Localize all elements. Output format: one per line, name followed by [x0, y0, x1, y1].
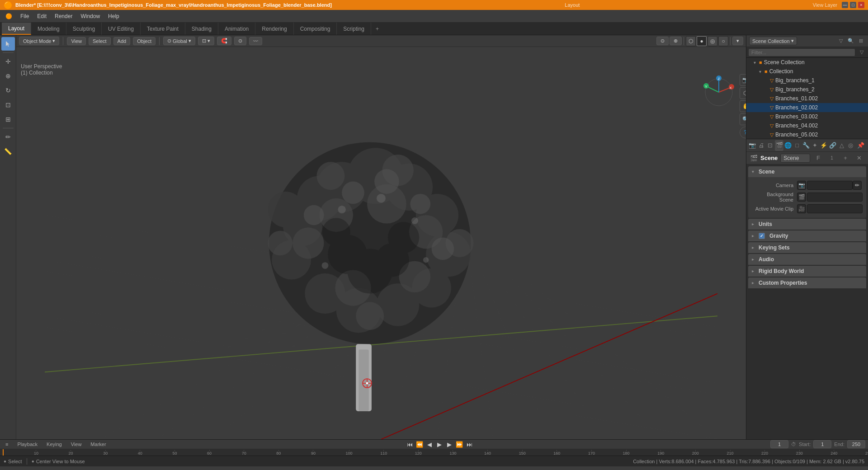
tool-measure[interactable]: 📏: [1, 145, 15, 158]
outline-item-branches_04[interactable]: ▽ Branches_04.002 👁 ▽: [746, 121, 868, 130]
branches_03-restrict[interactable]: ▽: [860, 113, 866, 120]
shade-rendered[interactable]: ○: [718, 36, 728, 46]
maximize-button[interactable]: □: [850, 2, 856, 8]
snapping-btn[interactable]: 🧲: [217, 37, 231, 45]
jump-start-btn[interactable]: ⏮: [405, 440, 414, 449]
object-mode-dropdown[interactable]: Object Mode ▾: [19, 37, 59, 45]
overlay-btn[interactable]: ⊙: [656, 37, 669, 45]
outline-item-big_branches_2[interactable]: ▽ Big_branches_2 👁 ▽: [746, 85, 868, 94]
props-render-tab[interactable]: 📷: [748, 140, 757, 151]
outliner-search-input[interactable]: [748, 48, 855, 56]
menu-blender[interactable]: 🟠: [2, 12, 16, 21]
menu-window[interactable]: Window: [77, 12, 104, 21]
camera-edit-btn[interactable]: ✏: [853, 181, 862, 190]
section-rigid-header[interactable]: ▸ Rigid Body World: [748, 266, 866, 277]
transform-affects-btn[interactable]: 〰: [249, 37, 262, 45]
close-button[interactable]: ×: [858, 2, 864, 8]
timeline-ruler[interactable]: 1020304050607080901001101201301401501601…: [0, 449, 868, 456]
menu-help[interactable]: Help: [104, 12, 123, 21]
section-gravity-header[interactable]: ▸ ✓ Gravity: [748, 230, 866, 241]
minimize-button[interactable]: —: [842, 2, 848, 8]
jump-next-keyframe[interactable]: ⏩: [455, 440, 464, 449]
end-frame-field[interactable]: 250: [847, 440, 865, 448]
props-data-tab[interactable]: △: [838, 140, 846, 151]
gizmo-btn[interactable]: ⊕: [670, 37, 682, 45]
current-frame-field[interactable]: 1: [770, 440, 788, 448]
expand-collection[interactable]: ▾: [759, 69, 764, 74]
big_branches_1-restrict[interactable]: ▽: [860, 77, 866, 84]
section-audio-header[interactable]: ▸ Audio: [748, 254, 866, 265]
props-output-tab[interactable]: 🖨: [757, 140, 766, 151]
props-scene-tab[interactable]: 🎬: [775, 140, 783, 151]
view-menu[interactable]: View: [67, 37, 86, 45]
viewport-canvas[interactable]: User Perspective (1) Collection X Y: [16, 47, 746, 439]
camera-icon-btn[interactable]: 📷: [797, 181, 806, 190]
branches_05-vis[interactable]: 👁: [853, 132, 859, 138]
branches_01-restrict[interactable]: ▽: [860, 95, 866, 102]
branches_02-vis[interactable]: 👁: [853, 104, 859, 111]
section-keying-header[interactable]: ▸ Keying Sets: [748, 242, 866, 253]
tab-compositing[interactable]: Compositing: [294, 23, 337, 35]
outline-item-scene-collection[interactable]: ▾ ■ Scene Collection 👁: [746, 58, 868, 67]
bg-scene-icon-btn[interactable]: 🎬: [797, 193, 806, 202]
tab-scripting[interactable]: Scripting: [337, 23, 371, 35]
outliner-mode-dropdown[interactable]: Scene Collection ▾: [749, 37, 797, 45]
jump-end-btn[interactable]: ⏭: [465, 440, 474, 449]
select-menu[interactable]: Select: [89, 37, 111, 45]
props-modifier-tab[interactable]: 🔧: [802, 140, 811, 151]
prev-frame-btn[interactable]: ◀: [425, 440, 434, 449]
camera-value[interactable]: [807, 181, 853, 190]
scene-unlink-btn[interactable]: ✕: [854, 153, 864, 164]
outline-item-big_branches_1[interactable]: ▽ Big_branches_1 👁 ▽: [746, 76, 868, 85]
object-menu[interactable]: Object: [133, 37, 156, 45]
tab-add[interactable]: +: [371, 23, 383, 35]
tl-playback[interactable]: Playback: [14, 441, 40, 448]
outliner-newcol-btn[interactable]: ⊞: [856, 37, 865, 46]
tool-cursor[interactable]: ✛: [1, 55, 15, 68]
pan-btn[interactable]: ✋: [740, 100, 746, 112]
zoom-btn[interactable]: 🔍: [740, 113, 746, 125]
tl-view[interactable]: View: [68, 441, 85, 448]
big_branches_2-restrict[interactable]: ▽: [860, 86, 866, 93]
scene-name-field[interactable]: Scene: [780, 154, 810, 163]
visibility-icon[interactable]: 👁: [860, 59, 866, 66]
navigation-gizmo[interactable]: X Y Z 📷 ⬡ ✋ 🔍 ?: [701, 74, 737, 110]
bg-scene-value[interactable]: [807, 193, 863, 202]
outline-item-branches_01[interactable]: ▽ Branches_01.002 👁 ▽: [746, 94, 868, 103]
section-scene-header[interactable]: ▾ Scene: [748, 166, 866, 177]
movie-clip-icon-btn[interactable]: 🎥: [797, 204, 806, 213]
help-btn[interactable]: ?: [740, 127, 746, 138]
start-frame-field[interactable]: 1: [813, 440, 831, 448]
props-constraints-tab[interactable]: 🔗: [829, 140, 837, 151]
tab-shading[interactable]: Shading: [185, 23, 218, 35]
proportional-btn[interactable]: ⊙: [234, 37, 246, 45]
camera-gizmo-btn[interactable]: 📷: [740, 74, 746, 86]
window-controls[interactable]: — □ ×: [842, 2, 864, 8]
3d-viewport[interactable]: Object Mode ▾ View Select Add Object ⊙ G…: [16, 35, 746, 439]
col-vis-icon[interactable]: 👁: [860, 68, 866, 75]
branches_01-vis[interactable]: 👁: [853, 95, 859, 102]
outline-item-collection[interactable]: ▾ ■ Collection 👁: [746, 67, 868, 76]
section-custom-header[interactable]: ▸ Custom Properties: [748, 277, 866, 288]
props-physics-tab[interactable]: ⚡: [820, 140, 828, 151]
pivot-dropdown[interactable]: ⊡ ▾: [198, 37, 214, 45]
tab-animation[interactable]: Animation: [218, 23, 255, 35]
play-pause-btn[interactable]: ▶: [435, 440, 444, 449]
movie-clip-value[interactable]: [807, 204, 863, 213]
tab-modeling[interactable]: Modeling: [31, 23, 66, 35]
scene-fake-user[interactable]: F: [813, 153, 824, 164]
tl-menu-icon[interactable]: ≡: [3, 441, 11, 448]
tool-scale[interactable]: ⊡: [1, 98, 15, 112]
big_branches_1-vis[interactable]: 👁: [853, 77, 859, 84]
tab-uv-editing[interactable]: UV Editing: [102, 23, 141, 35]
props-world-tab[interactable]: 🌐: [784, 140, 793, 151]
render-preview-btn[interactable]: ⬡: [740, 87, 746, 99]
big_branches_2-vis[interactable]: 👁: [853, 86, 859, 93]
props-pin-btn[interactable]: 📌: [855, 140, 866, 151]
menu-render[interactable]: Render: [51, 12, 76, 21]
tool-transform[interactable]: ⊞: [1, 113, 15, 126]
tab-texture-paint[interactable]: Texture Paint: [141, 23, 185, 35]
shade-material[interactable]: ◎: [708, 36, 717, 46]
props-object-tab[interactable]: □: [793, 140, 802, 151]
add-menu[interactable]: Add: [113, 37, 131, 45]
